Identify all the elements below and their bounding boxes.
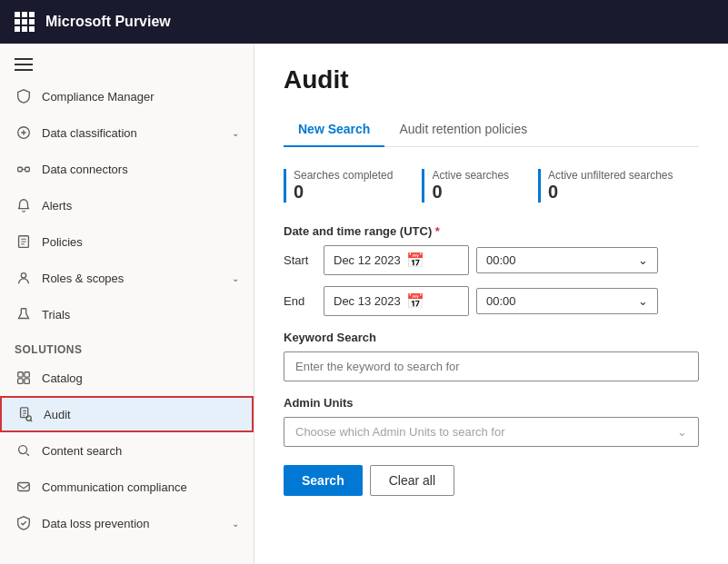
sidebar-item-data-connectors[interactable]: Data connectors <box>0 151 254 187</box>
sidebar-item-label: Communication compliance <box>42 480 239 494</box>
chevron-down-icon: ⌄ <box>232 519 239 529</box>
catalog-icon <box>15 369 33 387</box>
data-classification-icon <box>15 124 33 142</box>
keyword-section: Keyword Search <box>284 331 699 381</box>
data-connectors-icon <box>15 160 33 178</box>
date-time-section: Date and time range (UTC) Start Dec 12 2… <box>284 224 699 316</box>
date-time-label: Date and time range (UTC) <box>284 224 699 238</box>
start-label: Start <box>284 253 316 267</box>
sidebar-item-label: Audit <box>44 408 239 421</box>
svg-rect-7 <box>18 379 23 383</box>
sidebar-item-label: Data loss prevention <box>42 517 223 530</box>
tab-audit-retention[interactable]: Audit retention policies <box>384 113 542 147</box>
admin-units-select[interactable]: Choose which Admin Units to search for ⌄ <box>284 417 699 447</box>
trials-icon <box>15 305 33 323</box>
sidebar-item-label: Content search <box>42 444 239 458</box>
admin-units-placeholder: Choose which Admin Units to search for <box>295 425 505 439</box>
sidebar-item-label: Policies <box>42 235 239 249</box>
calendar-icon: 📅 <box>406 292 424 310</box>
sidebar-item-compliance-manager[interactable]: Compliance Manager <box>0 78 254 114</box>
stats-row: Searches completed 0 Active searches 0 A… <box>284 169 699 203</box>
search-button[interactable]: Search <box>284 465 363 496</box>
sidebar-item-label: Roles & scopes <box>42 272 223 285</box>
stat-value: 0 <box>432 182 509 203</box>
tab-new-search[interactable]: New Search <box>284 113 384 147</box>
stat-searches-completed: Searches completed 0 <box>284 169 393 203</box>
sidebar-item-trials[interactable]: Trials <box>0 296 254 332</box>
sidebar-item-data-classification[interactable]: Data classification ⌄ <box>0 114 254 151</box>
keyword-input[interactable] <box>284 351 699 381</box>
roles-icon <box>15 269 33 287</box>
svg-rect-6 <box>25 372 29 377</box>
solutions-section-title: Solutions <box>0 332 254 360</box>
sidebar-item-communication-compliance[interactable]: Communication compliance <box>0 469 254 505</box>
stat-value: 0 <box>294 182 393 203</box>
sidebar-item-alerts[interactable]: Alerts <box>0 187 254 223</box>
policies-icon <box>15 233 33 251</box>
communication-compliance-icon <box>15 478 33 496</box>
stat-label: Active searches <box>432 169 509 182</box>
dlp-icon <box>15 514 33 532</box>
sidebar-item-data-loss-prevention[interactable]: Data loss prevention ⌄ <box>0 505 254 541</box>
svg-point-11 <box>19 446 27 454</box>
sidebar-item-roles-scopes[interactable]: Roles & scopes ⌄ <box>0 260 254 296</box>
chevron-down-icon: ⌄ <box>232 128 239 138</box>
start-date-value: Dec 12 2023 <box>334 253 401 267</box>
svg-rect-2 <box>25 167 30 172</box>
start-time-value: 00:00 <box>486 253 516 267</box>
keyword-label: Keyword Search <box>284 331 699 344</box>
tabs-bar: New Search Audit retention policies <box>284 113 699 147</box>
hamburger-button[interactable] <box>0 44 254 78</box>
app-title: Microsoft Purview <box>45 14 171 30</box>
form-buttons: Search Clear all <box>284 465 699 496</box>
sidebar-item-label: Data connectors <box>42 163 239 176</box>
end-date-input[interactable]: Dec 13 2023 📅 <box>324 286 469 316</box>
chevron-down-icon: ⌄ <box>232 273 239 283</box>
admin-units-section: Admin Units Choose which Admin Units to … <box>284 396 699 447</box>
admin-units-label: Admin Units <box>284 396 699 410</box>
start-date-input[interactable]: Dec 12 2023 📅 <box>324 245 469 275</box>
sidebar: Compliance Manager Data classification ⌄ <box>0 44 254 564</box>
svg-rect-12 <box>18 483 30 491</box>
app-grid-icon[interactable] <box>15 12 35 32</box>
sidebar-item-label: Data classification <box>42 126 223 140</box>
end-label: End <box>284 294 316 308</box>
sidebar-item-audit[interactable]: Audit <box>0 396 254 432</box>
stat-label: Active unfiltered searches <box>548 169 673 182</box>
sidebar-item-catalog[interactable]: Catalog <box>0 360 254 396</box>
chevron-down-icon: ⌄ <box>677 425 687 439</box>
content-search-icon <box>15 441 33 460</box>
chevron-down-icon: ⌄ <box>638 253 648 267</box>
start-time-select[interactable]: 00:00 ⌄ <box>476 247 658 273</box>
stat-value: 0 <box>548 182 673 203</box>
main-content: Audit New Search Audit retention policie… <box>254 44 728 564</box>
compliance-manager-icon <box>15 87 33 105</box>
audit-icon <box>16 405 35 423</box>
alerts-icon <box>15 196 33 214</box>
svg-point-4 <box>21 273 25 278</box>
sidebar-item-policies[interactable]: Policies <box>0 223 254 260</box>
sidebar-item-label: Catalog <box>42 371 239 385</box>
calendar-icon: 📅 <box>406 252 424 269</box>
topbar: Microsoft Purview <box>0 0 728 44</box>
stat-active-unfiltered: Active unfiltered searches 0 <box>538 169 673 203</box>
sidebar-item-label: Compliance Manager <box>42 90 239 104</box>
sidebar-item-content-search[interactable]: Content search <box>0 432 254 469</box>
chevron-down-icon: ⌄ <box>638 294 648 308</box>
end-row: End Dec 13 2023 📅 00:00 ⌄ <box>284 286 699 316</box>
svg-point-10 <box>26 416 31 421</box>
svg-rect-8 <box>25 379 29 383</box>
sidebar-item-label: Trials <box>42 308 239 322</box>
svg-rect-5 <box>18 372 23 377</box>
start-row: Start Dec 12 2023 📅 00:00 ⌄ <box>284 245 699 275</box>
end-time-select[interactable]: 00:00 ⌄ <box>476 288 658 314</box>
svg-rect-1 <box>18 167 23 172</box>
end-time-value: 00:00 <box>486 294 516 308</box>
end-date-value: Dec 13 2023 <box>334 294 401 308</box>
stat-active-searches: Active searches 0 <box>422 169 509 203</box>
page-title: Audit <box>284 65 699 94</box>
sidebar-item-label: Alerts <box>42 199 239 213</box>
clear-all-button[interactable]: Clear all <box>370 465 454 496</box>
stat-label: Searches completed <box>294 169 393 182</box>
